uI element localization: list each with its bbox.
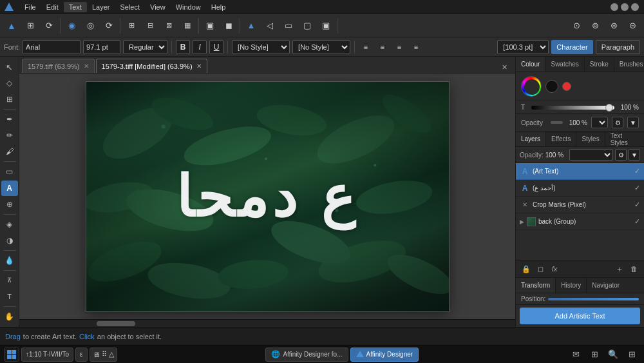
tool-paint[interactable]: 🖌 xyxy=(1,144,18,159)
tab-stroke[interactable]: Stroke xyxy=(585,57,614,72)
font-size-input[interactable] xyxy=(83,40,120,54)
toolbar-grid-btn[interactable]: ⊞ xyxy=(21,17,39,35)
toolbar-shape2[interactable]: ◼ xyxy=(220,17,238,35)
t-slider-track[interactable] xyxy=(531,106,614,110)
menu-select[interactable]: Select xyxy=(115,2,145,12)
layer-item-art-text-vis[interactable]: ✓ xyxy=(634,167,640,175)
font-input[interactable] xyxy=(23,40,80,54)
taskbar-start[interactable] xyxy=(4,348,19,362)
layer-item-back-vis[interactable]: ✓ xyxy=(634,217,640,226)
opacity-settings-btn[interactable]: ⚙ xyxy=(612,117,623,128)
taskbar-item-3[interactable]: 🖥 ⠿ △ xyxy=(90,348,117,362)
tool-crop[interactable]: ⊞ xyxy=(1,92,18,107)
paragraph-btn[interactable]: Paragraph xyxy=(596,40,640,54)
toolbar-align3[interactable]: ⊠ xyxy=(160,17,178,35)
tool-node[interactable]: ◇ xyxy=(1,75,18,91)
menu-edit[interactable]: Edit xyxy=(41,2,64,12)
t-slider-thumb[interactable] xyxy=(605,104,613,112)
style-select-2[interactable]: [No Style] xyxy=(292,40,350,54)
toolbar-btn3[interactable]: ⟳ xyxy=(100,17,118,35)
layer-item-arabic-vis[interactable]: ✓ xyxy=(634,184,640,192)
arabic-text-overlay[interactable]: ع دمحا xyxy=(176,163,358,230)
taskbar-apps-icon[interactable]: ⊞ xyxy=(586,348,603,362)
tab-text-styles[interactable]: Text Styles xyxy=(605,132,644,146)
layer-more-btn[interactable]: ▼ xyxy=(629,149,640,161)
layer-add-btn[interactable]: + xyxy=(613,262,626,275)
close-panel-btn[interactable]: ✕ xyxy=(498,61,510,73)
align-right-btn[interactable]: ≡ xyxy=(392,40,406,54)
position-slider[interactable] xyxy=(548,298,639,300)
menu-layer[interactable]: Layer xyxy=(87,2,115,12)
toolbar-extra4[interactable]: ⊝ xyxy=(623,17,641,35)
h-scrollbar[interactable] xyxy=(19,319,515,327)
layer-item-arabic[interactable]: A (أحمد ع) ✓ xyxy=(516,180,644,197)
underline-button[interactable]: U xyxy=(209,40,223,54)
add-artistic-text-btn[interactable]: Add Artistic Text xyxy=(520,308,640,324)
size-pt-select[interactable]: [100.3 pt] xyxy=(497,40,549,54)
tool-gradient[interactable]: ◑ xyxy=(1,233,18,248)
layer-item-back[interactable]: ▶ back (Group) ✓ xyxy=(516,213,644,230)
taskbar-item-1[interactable]: ↑1:10 T-IV/II/To xyxy=(21,348,73,362)
layer-fx-btn[interactable]: fx xyxy=(548,262,561,275)
toolbar-btn2[interactable]: ◎ xyxy=(81,17,99,35)
layer-item-art-text[interactable]: A (Art Text) ✓ xyxy=(516,163,644,180)
toolbar-affinity2[interactable]: ◁ xyxy=(261,17,279,35)
font-style-select[interactable]: RegularBoldItalic xyxy=(123,40,167,54)
italic-button[interactable]: I xyxy=(193,40,207,54)
tool-pen[interactable]: ✒ xyxy=(1,112,18,127)
toolbar-extra3[interactable]: ⊛ xyxy=(605,17,623,35)
toolbar-affinity4[interactable]: ▢ xyxy=(298,17,316,35)
menu-view[interactable]: View xyxy=(145,2,171,12)
toolbar-logo-btn[interactable]: ▲ xyxy=(3,17,21,35)
layer-settings-btn[interactable]: ⚙ xyxy=(615,149,627,161)
bold-button[interactable]: B xyxy=(176,40,190,54)
tool-pencil[interactable]: ✏ xyxy=(1,128,18,143)
h-scrollbar-thumb[interactable] xyxy=(97,321,135,326)
tab-styles[interactable]: Styles xyxy=(576,132,605,146)
toolbar-shape1[interactable]: ▣ xyxy=(201,17,219,35)
tab-2-close[interactable]: ✕ xyxy=(196,63,202,70)
opacity-slider[interactable] xyxy=(551,121,563,124)
menu-text[interactable]: Text xyxy=(64,2,87,12)
minimize-btn[interactable] xyxy=(611,3,618,11)
toolbar-affinity3[interactable]: ▭ xyxy=(279,17,298,35)
character-btn[interactable]: Character xyxy=(551,40,592,54)
tab-navigator[interactable]: Navigator xyxy=(587,278,625,293)
close-btn[interactable] xyxy=(631,3,639,11)
tool-hand[interactable]: ✋ xyxy=(1,309,18,324)
canvas-wrapper[interactable]: ع دمحا xyxy=(19,74,515,319)
tab-layers[interactable]: Layers xyxy=(516,132,546,146)
align-center-btn[interactable]: ≡ xyxy=(375,40,390,54)
layer-item-back-expand[interactable]: ▶ xyxy=(520,219,524,225)
toolbar-extra1[interactable]: ⊙ xyxy=(567,17,585,35)
tab-effects[interactable]: Effects xyxy=(546,132,576,146)
tool-shape[interactable]: ▭ xyxy=(1,164,18,179)
tab-2[interactable]: 1579-3.tiff [Modified] (63.9%) ✕ xyxy=(96,59,207,73)
toolbar-align4[interactable]: ▦ xyxy=(178,17,196,35)
tool-zoom[interactable]: ⊕ xyxy=(1,197,18,212)
menu-help[interactable]: Help xyxy=(206,2,231,12)
taskbar-mail-icon[interactable]: ✉ xyxy=(567,348,584,362)
tab-brushes[interactable]: Brushes xyxy=(614,57,644,72)
style-select-1[interactable]: [No Style] xyxy=(232,40,290,54)
layer-blend-select[interactable]: Normal xyxy=(569,149,613,161)
layer-mask-btn[interactable]: ◻ xyxy=(534,262,547,275)
taskbar-item-2[interactable]: ε xyxy=(75,348,87,362)
tool-fill[interactable]: ◈ xyxy=(1,217,18,232)
tool-pointer[interactable]: ↖ xyxy=(1,59,18,75)
tab-swatches[interactable]: Swatches xyxy=(545,57,584,72)
layer-item-crop[interactable]: ✕ Crop Marks (Pixel) ✓ xyxy=(516,197,644,213)
toolbar-align2[interactable]: ⊟ xyxy=(141,17,159,35)
menu-window[interactable]: Window xyxy=(171,2,206,12)
toolbar-btn1[interactable]: ◉ xyxy=(62,17,80,35)
tool-eyedropper[interactable]: 💧 xyxy=(1,253,18,268)
opacity-more-btn[interactable]: ▼ xyxy=(627,117,639,128)
menu-file[interactable]: File xyxy=(19,2,41,12)
maximize-btn[interactable] xyxy=(621,3,629,11)
toolbar-affinity1[interactable]: ▲ xyxy=(242,17,260,35)
taskbar-affinity-browser[interactable]: 🌐 Affinity Designer fo... xyxy=(265,348,348,362)
toolbar-share-btn[interactable]: ⟳ xyxy=(40,17,58,35)
tool-constraints[interactable]: ⊼ xyxy=(1,273,18,288)
layer-lock-btn[interactable]: 🔒 xyxy=(520,262,533,275)
tab-colour[interactable]: Colour xyxy=(516,57,545,72)
